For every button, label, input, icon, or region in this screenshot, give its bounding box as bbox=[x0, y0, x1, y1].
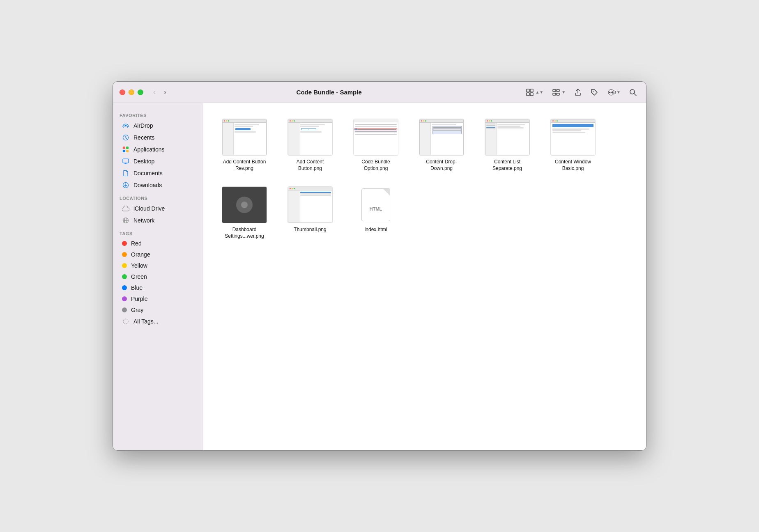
sidebar-item-tag-blue[interactable]: Blue bbox=[115, 282, 200, 293]
yellow-dot bbox=[122, 263, 127, 268]
file-name: Content Drop-Down.png bbox=[416, 159, 467, 172]
svg-rect-3 bbox=[530, 93, 533, 96]
svg-point-10 bbox=[611, 92, 612, 93]
file-name: Thumbnail.png bbox=[294, 227, 326, 233]
blue-dot bbox=[122, 285, 127, 290]
file-item-code-bundle-option[interactable]: Code Bundle Option.png bbox=[347, 115, 405, 175]
file-item-dashboard-settings[interactable]: Dashboard Settings...wer.png bbox=[216, 183, 273, 243]
file-thumbnail bbox=[353, 119, 398, 156]
file-name: Content Window Basic.png bbox=[547, 159, 598, 172]
file-item-index-html[interactable]: HTML index.html bbox=[347, 183, 405, 243]
titlebar: ‹ › Code Bundle - Sample ▲▼ bbox=[113, 82, 646, 103]
file-grid: Add Content Button Rev.png bbox=[216, 115, 634, 243]
gray-dot bbox=[122, 307, 127, 312]
sidebar: Favorites AirDrop bbox=[113, 103, 203, 450]
tag-label: Yellow bbox=[131, 262, 147, 269]
search-button[interactable] bbox=[626, 87, 639, 98]
locations-section-label: Locations bbox=[113, 193, 203, 202]
toolbar-actions: ▲▼ ▼ bbox=[523, 86, 639, 99]
file-content: Add Content Button Rev.png bbox=[203, 103, 646, 450]
icon-view-button[interactable]: ▲▼ bbox=[523, 86, 546, 99]
svg-point-9 bbox=[609, 92, 610, 93]
tag-icon bbox=[590, 88, 598, 96]
sidebar-item-label: Desktop bbox=[133, 158, 154, 165]
chevron-down-icon2: ▼ bbox=[561, 90, 566, 94]
sidebar-item-tag-orange[interactable]: Orange bbox=[115, 249, 200, 260]
file-thumbnail bbox=[222, 119, 267, 156]
sidebar-item-tag-yellow[interactable]: Yellow bbox=[115, 260, 200, 271]
file-thumbnail bbox=[419, 119, 464, 156]
airdrop-icon bbox=[122, 122, 129, 129]
file-item-content-window-basic[interactable]: Content Window Basic.png bbox=[544, 115, 602, 175]
html-file-label: HTML bbox=[370, 206, 382, 211]
sidebar-item-tag-gray[interactable]: Gray bbox=[115, 305, 200, 315]
network-icon bbox=[122, 217, 129, 224]
list-icon bbox=[552, 88, 561, 97]
file-name: Add Content Button.png bbox=[285, 159, 336, 172]
file-item-content-list-separate[interactable]: Content List Separate.png bbox=[478, 115, 536, 175]
recents-icon bbox=[122, 134, 129, 141]
sidebar-item-all-tags[interactable]: All Tags... bbox=[115, 316, 200, 327]
svg-rect-20 bbox=[123, 159, 129, 163]
svg-line-14 bbox=[634, 94, 636, 96]
list-view-button[interactable]: ▼ bbox=[549, 86, 568, 99]
chevron-down-icon: ▲▼ bbox=[535, 90, 543, 94]
file-name: Add Content Button Rev.png bbox=[219, 159, 270, 172]
sidebar-item-label: Recents bbox=[133, 134, 154, 141]
share-button[interactable] bbox=[571, 87, 584, 98]
orange-dot bbox=[122, 252, 127, 257]
svg-rect-16 bbox=[123, 147, 125, 149]
tag-label: Purple bbox=[131, 296, 147, 302]
file-item-thumbnail[interactable]: Thumbnail.png bbox=[281, 183, 339, 243]
file-thumbnail bbox=[485, 119, 530, 156]
sidebar-item-documents[interactable]: Documents bbox=[115, 167, 200, 179]
minimize-button[interactable] bbox=[129, 89, 134, 95]
svg-rect-1 bbox=[530, 89, 533, 92]
svg-point-27 bbox=[123, 319, 128, 324]
sidebar-item-network[interactable]: Network bbox=[115, 215, 200, 226]
svg-rect-4 bbox=[553, 89, 556, 92]
sidebar-item-tag-purple[interactable]: Purple bbox=[115, 294, 200, 304]
tag-label: Gray bbox=[131, 307, 143, 313]
sidebar-item-applications[interactable]: Applications bbox=[115, 144, 200, 155]
file-name: Dashboard Settings...wer.png bbox=[219, 227, 270, 239]
svg-rect-0 bbox=[527, 89, 529, 92]
file-thumbnail bbox=[288, 186, 333, 223]
sidebar-item-tag-green[interactable]: Green bbox=[115, 271, 200, 282]
file-name: Code Bundle Option.png bbox=[350, 159, 401, 172]
file-item-add-content-btn[interactable]: + Add Content Button.png bbox=[281, 115, 339, 175]
file-item-add-content-btn-rev[interactable]: Add Content Button Rev.png bbox=[216, 115, 273, 175]
svg-rect-7 bbox=[557, 93, 559, 95]
file-item-content-dropdown[interactable]: Content Drop-Down.png bbox=[413, 115, 470, 175]
tag-button[interactable] bbox=[588, 87, 601, 98]
sidebar-item-label: Documents bbox=[133, 170, 163, 177]
chevron-down-icon3: ▼ bbox=[616, 90, 621, 94]
html-file-icon: HTML bbox=[361, 188, 390, 221]
sidebar-item-recents[interactable]: Recents bbox=[115, 132, 200, 143]
desktop-icon bbox=[122, 158, 129, 165]
svg-rect-19 bbox=[126, 150, 129, 152]
downloads-icon bbox=[122, 181, 129, 189]
purple-dot bbox=[122, 296, 127, 301]
close-button[interactable] bbox=[120, 89, 125, 95]
sidebar-item-desktop[interactable]: Desktop bbox=[115, 156, 200, 167]
sidebar-item-airdrop[interactable]: AirDrop bbox=[115, 120, 200, 131]
svg-rect-17 bbox=[126, 147, 129, 149]
tag-label: Red bbox=[131, 240, 142, 247]
more-button[interactable]: ▼ bbox=[604, 86, 623, 99]
sidebar-item-tag-red[interactable]: Red bbox=[115, 238, 200, 249]
grid-icon bbox=[525, 88, 534, 97]
documents-icon bbox=[122, 170, 129, 177]
svg-rect-6 bbox=[553, 93, 556, 95]
svg-rect-5 bbox=[557, 89, 559, 92]
sidebar-item-label: iCloud Drive bbox=[133, 205, 165, 212]
file-name: Content List Separate.png bbox=[482, 159, 533, 172]
sidebar-item-downloads[interactable]: Downloads bbox=[115, 179, 200, 191]
file-thumbnail bbox=[222, 186, 267, 223]
tag-label: Orange bbox=[131, 251, 150, 258]
svg-rect-18 bbox=[123, 150, 125, 152]
red-dot bbox=[122, 241, 127, 246]
file-thumbnail bbox=[550, 119, 596, 156]
sidebar-item-icloud[interactable]: iCloud Drive bbox=[115, 203, 200, 214]
share-icon bbox=[574, 88, 582, 96]
